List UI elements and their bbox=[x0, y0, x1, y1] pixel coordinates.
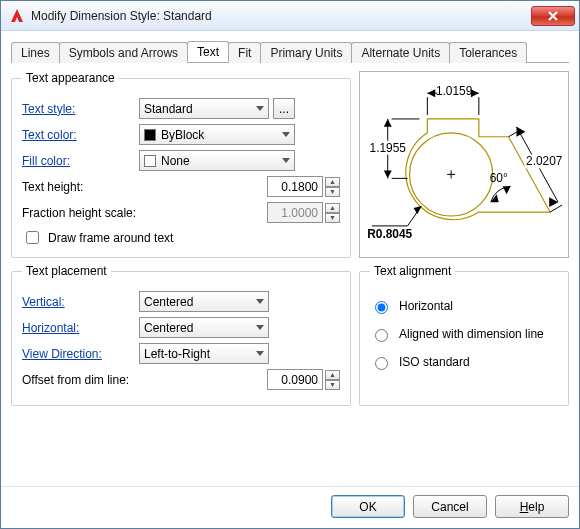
ellipsis-icon: ... bbox=[279, 102, 289, 116]
text-style-select[interactable]: Standard bbox=[139, 98, 269, 119]
svg-marker-1 bbox=[427, 89, 435, 97]
alignment-aligned-radio[interactable] bbox=[375, 329, 388, 342]
text-style-value: Standard bbox=[144, 102, 193, 116]
alignment-iso-label: ISO standard bbox=[399, 355, 470, 369]
tab-lines[interactable]: Lines bbox=[11, 42, 60, 63]
preview-radius: R0.8045 bbox=[367, 227, 412, 241]
fraction-scale-input bbox=[267, 202, 323, 223]
dialog-footer: OK Cancel Help bbox=[1, 486, 579, 528]
tab-symbols-arrows[interactable]: Symbols and Arrows bbox=[59, 42, 188, 63]
horizontal-select[interactable]: Centered bbox=[139, 317, 269, 338]
chevron-down-icon bbox=[256, 299, 264, 304]
color-swatch-icon bbox=[144, 129, 156, 141]
help-label: Help bbox=[520, 500, 545, 514]
fraction-scale-spinner: ▲ ▼ bbox=[325, 203, 340, 223]
close-icon bbox=[547, 11, 559, 21]
alignment-horizontal-label: Horizontal bbox=[399, 299, 453, 313]
offset-spinner[interactable]: ▲ ▼ bbox=[325, 370, 340, 390]
draw-frame-label: Draw frame around text bbox=[48, 231, 173, 245]
none-swatch-icon bbox=[144, 155, 156, 167]
svg-marker-15 bbox=[549, 197, 558, 207]
alignment-iso-radio[interactable] bbox=[375, 357, 388, 370]
text-alignment-group: Text alignment Horizontal Aligned with d… bbox=[359, 264, 569, 406]
chevron-down-icon bbox=[282, 158, 290, 163]
spinner-down-icon[interactable]: ▼ bbox=[325, 187, 340, 197]
fill-color-label[interactable]: Fill color: bbox=[22, 154, 139, 168]
text-height-input[interactable] bbox=[267, 176, 323, 197]
horizontal-value: Centered bbox=[144, 321, 193, 335]
chevron-down-icon bbox=[256, 351, 264, 356]
preview-angle: 60° bbox=[490, 171, 508, 185]
text-height-label: Text height: bbox=[22, 180, 139, 194]
view-direction-select[interactable]: Left-to-Right bbox=[139, 343, 269, 364]
offset-input[interactable] bbox=[267, 369, 323, 390]
text-height-spinner[interactable]: ▲ ▼ bbox=[325, 177, 340, 197]
ok-button[interactable]: OK bbox=[331, 495, 405, 518]
svg-marker-22 bbox=[413, 206, 421, 214]
alignment-aligned-label: Aligned with dimension line bbox=[399, 327, 544, 341]
vertical-value: Centered bbox=[144, 295, 193, 309]
text-style-browse-button[interactable]: ... bbox=[273, 98, 295, 119]
svg-line-17 bbox=[550, 205, 562, 212]
client-area: Lines Symbols and Arrows Text Fit Primar… bbox=[1, 31, 579, 486]
spinner-down-icon[interactable]: ▼ bbox=[325, 380, 340, 390]
preview-dim-top: 1.0159 bbox=[436, 84, 473, 98]
text-placement-group: Text placement Vertical: Centered Horizo… bbox=[11, 264, 351, 406]
tab-alternate-units[interactable]: Alternate Units bbox=[351, 42, 450, 63]
text-appearance-group: Text appearance Text style: Standard ...… bbox=[11, 71, 351, 258]
chevron-down-icon bbox=[282, 132, 290, 137]
dialog-window: Modify Dimension Style: Standard Lines S… bbox=[0, 0, 580, 529]
fraction-scale-label: Fraction height scale: bbox=[22, 206, 172, 220]
preview-pane: 1.0159 1.1955 bbox=[359, 71, 569, 258]
draw-frame-checkbox[interactable] bbox=[26, 231, 39, 244]
fill-color-value: None bbox=[161, 154, 190, 168]
offset-label: Offset from dim line: bbox=[22, 373, 172, 387]
spinner-up-icon: ▲ bbox=[325, 203, 340, 213]
tab-primary-units[interactable]: Primary Units bbox=[260, 42, 352, 63]
svg-marker-9 bbox=[384, 170, 392, 178]
spinner-up-icon[interactable]: ▲ bbox=[325, 370, 340, 380]
vertical-select[interactable]: Centered bbox=[139, 291, 269, 312]
chevron-down-icon bbox=[256, 325, 264, 330]
preview-dim-diag: 2.0207 bbox=[526, 154, 562, 168]
text-placement-legend: Text placement bbox=[22, 264, 111, 278]
vertical-label[interactable]: Vertical: bbox=[22, 295, 139, 309]
svg-marker-20 bbox=[503, 186, 511, 194]
close-button[interactable] bbox=[531, 6, 575, 26]
tab-strip: Lines Symbols and Arrows Text Fit Primar… bbox=[11, 41, 569, 63]
text-alignment-legend: Text alignment bbox=[370, 264, 455, 278]
app-logo-icon bbox=[9, 8, 25, 24]
ok-label: OK bbox=[359, 500, 376, 514]
view-direction-label[interactable]: View Direction: bbox=[22, 347, 139, 361]
window-title: Modify Dimension Style: Standard bbox=[31, 9, 531, 23]
spinner-up-icon[interactable]: ▲ bbox=[325, 177, 340, 187]
text-color-value: ByBlock bbox=[161, 128, 204, 142]
tab-tolerances[interactable]: Tolerances bbox=[449, 42, 527, 63]
alignment-horizontal-radio[interactable] bbox=[375, 301, 388, 314]
titlebar: Modify Dimension Style: Standard bbox=[1, 1, 579, 31]
tab-fit[interactable]: Fit bbox=[228, 42, 261, 63]
text-appearance-legend: Text appearance bbox=[22, 71, 119, 85]
tab-text[interactable]: Text bbox=[187, 41, 229, 62]
chevron-down-icon bbox=[256, 106, 264, 111]
view-direction-value: Left-to-Right bbox=[144, 347, 210, 361]
horizontal-label[interactable]: Horizontal: bbox=[22, 321, 139, 335]
preview-dim-left: 1.1955 bbox=[370, 141, 407, 155]
text-color-select[interactable]: ByBlock bbox=[139, 124, 295, 145]
help-button[interactable]: Help bbox=[495, 495, 569, 518]
fill-color-select[interactable]: None bbox=[139, 150, 295, 171]
cancel-label: Cancel bbox=[431, 500, 468, 514]
svg-marker-8 bbox=[384, 119, 392, 127]
text-style-label[interactable]: Text style: bbox=[22, 102, 139, 116]
text-color-label[interactable]: Text color: bbox=[22, 128, 139, 142]
spinner-down-icon: ▼ bbox=[325, 213, 340, 223]
cancel-button[interactable]: Cancel bbox=[413, 495, 487, 518]
